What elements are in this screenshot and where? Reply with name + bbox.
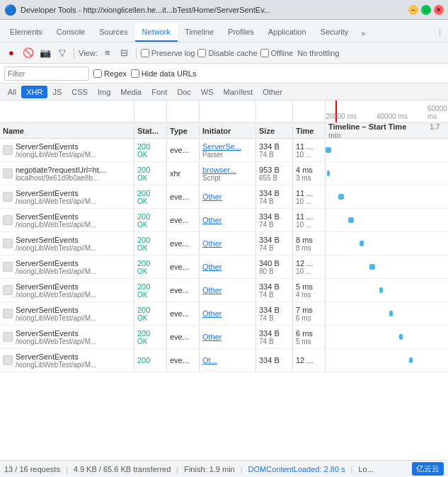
favicon (3, 192, 13, 202)
type-tab-manifest[interactable]: Manifest (219, 86, 258, 98)
initiator-cell: Other (200, 279, 256, 301)
status-cell: 200OK (134, 232, 167, 255)
list-view-button[interactable]: ≡ (100, 46, 115, 60)
offline-checkbox[interactable] (260, 49, 269, 57)
type-cell: eve... (167, 209, 200, 231)
tab-console[interactable]: Console (50, 23, 92, 42)
type-tab-font[interactable]: Font (147, 86, 172, 98)
name-cell: ServerSentEvents/xiongLibWebTest/api/M..… (0, 185, 134, 208)
name-cell: ServerSentEvents/xiongLibWebTest/api/M..… (0, 255, 134, 278)
favicon (3, 168, 13, 178)
header-name[interactable]: Name (0, 127, 134, 135)
initiator-cell: ServerSe...Parser (200, 139, 256, 161)
regex-label: Regex (104, 69, 127, 78)
header-time[interactable]: Time (293, 127, 326, 135)
table-row[interactable]: ServerSentEvents/xiongLibWebTest/api/M..… (0, 302, 448, 326)
tab-timeline[interactable]: Timeline (178, 23, 221, 42)
table-row[interactable]: ServerSentEvents/xiongLibWebTest/api/M..… (0, 209, 448, 232)
name-cell: ServerSentEvents/xiongLibWebTest/api/M..… (0, 139, 134, 161)
header-initiator[interactable]: Initiator (200, 127, 256, 135)
timeline-bar (326, 147, 331, 153)
size-cell: 334 B74 B (256, 302, 293, 325)
type-tab-doc[interactable]: Doc (172, 86, 196, 98)
regex-group: Regex (93, 69, 127, 78)
status-cell: 200OK (134, 302, 167, 325)
type-cell: eve... (167, 279, 200, 301)
header-status[interactable]: Stat... (134, 127, 167, 135)
timeline-bar-cell (326, 349, 448, 372)
timeline-bar-cell (326, 255, 448, 278)
hide-data-urls-checkbox[interactable] (131, 69, 139, 78)
record-button[interactable]: ● (4, 46, 18, 60)
table-row[interactable]: ServerSentEvents/xiongLibWebTest/api/M..… (0, 255, 448, 279)
preserve-log-checkbox[interactable] (141, 49, 149, 57)
toolbar-divider-1 (74, 47, 74, 59)
table-row[interactable]: ServerSentEvents/xiongLibWebTest/api/M..… (0, 349, 448, 372)
tab-overflow-button[interactable]: » (355, 25, 371, 42)
chrome-icon: 🔵 (4, 4, 16, 16)
table-row[interactable]: ServerSentEvents/xiongLibWebTest/api/M..… (0, 232, 448, 255)
favicon (3, 238, 13, 248)
status-cell: 200OK (134, 162, 167, 185)
close-button[interactable]: ✕ (434, 5, 444, 15)
toolbar-divider-2 (136, 47, 137, 59)
tab-sources[interactable]: Sources (92, 23, 134, 42)
type-tab-xhr[interactable]: XHR (21, 86, 47, 98)
devtools-tabbar: Elements Console Sources Network Timelin… (0, 20, 448, 42)
request-path: /xiongLibWebTest/api/M... (16, 197, 131, 205)
time-cell: 11 ...10 ... (293, 139, 326, 161)
detail-view-button[interactable]: ⊟ (117, 46, 132, 60)
type-tab-img[interactable]: Img (93, 86, 115, 98)
name-cell: ServerSentEvents/xiongLibWebTest/api/M..… (0, 302, 134, 325)
request-name: ServerSentEvents (16, 142, 131, 151)
camera-button[interactable]: 📷 (38, 46, 52, 60)
header-type[interactable]: Type (167, 127, 200, 135)
clear-button[interactable]: 🚫 (21, 46, 35, 60)
filter-button[interactable]: ▽ (55, 46, 69, 60)
header-size[interactable]: Size (256, 127, 293, 135)
table-row[interactable]: ServerSentEvents/xiongLibWebTest/api/M..… (0, 139, 448, 162)
tab-menu-button[interactable]: ⋮ (432, 24, 448, 42)
size-cell: 334 B74 B (256, 232, 293, 255)
type-tab-css[interactable]: CSS (67, 86, 93, 98)
maximize-button[interactable]: □ (421, 5, 431, 15)
no-throttling-label: No throttling (297, 49, 339, 57)
minimize-button[interactable]: – (408, 5, 418, 15)
transferred-size: 4.9 KB / 65.6 KB transferred (74, 465, 171, 473)
timeline-bar (399, 334, 403, 340)
tab-network[interactable]: Network (135, 23, 178, 42)
regex-checkbox[interactable] (93, 69, 102, 78)
request-path: /xiongLibWebTest/api/M... (16, 151, 131, 159)
type-tab-all[interactable]: All (3, 86, 21, 98)
view-label: View: (79, 49, 98, 57)
disable-cache-label: Disable cache (208, 49, 257, 57)
tab-elements[interactable]: Elements (3, 23, 50, 42)
type-tab-js[interactable]: JS (47, 86, 67, 98)
disable-cache-checkbox[interactable] (197, 49, 206, 57)
favicon (3, 332, 13, 342)
name-cell: ServerSentEvents/xiongLibWebTest/api/M..… (0, 279, 134, 301)
tab-security[interactable]: Security (314, 23, 356, 42)
table-row[interactable]: ServerSentEvents/xiongLibWebTest/api/M..… (0, 185, 448, 209)
preserve-log-group: Preserve log (141, 49, 195, 57)
name-cell: ServerSentEvents/xiongLibWebTest/api/M..… (0, 232, 134, 255)
timeline-ticks-header: 20000 ms40000 ms60000 ms80000 ms100000 m… (0, 100, 448, 123)
type-tab-other[interactable]: Other (258, 86, 287, 98)
time-cell: 4 ms3 ms (293, 162, 326, 185)
tab-profiles[interactable]: Profiles (221, 23, 261, 42)
timeline-bar-cell (326, 139, 448, 161)
favicon (3, 215, 13, 225)
request-name: ServerSentEvents (16, 352, 131, 361)
table-row[interactable]: negotiate?requestUrl=ht...localhost/9e61… (0, 162, 448, 185)
table-row[interactable]: ServerSentEvents/xiongLibWebTest/api/M..… (0, 279, 448, 302)
tick-2: 60000 ms (427, 105, 448, 120)
load-label: Lo... (358, 465, 373, 473)
tab-application[interactable]: Application (261, 23, 314, 42)
type-tab-ws[interactable]: WS (196, 86, 219, 98)
window-controls[interactable]: – □ ✕ (408, 5, 444, 15)
time-cell: 8 ms8 ms (293, 232, 326, 255)
filter-input[interactable] (4, 67, 89, 81)
status-cell: 200OK (134, 139, 167, 161)
type-tab-media[interactable]: Media (115, 86, 147, 98)
table-row[interactable]: ServerSentEvents/xiongLibWebTest/api/M..… (0, 326, 448, 349)
